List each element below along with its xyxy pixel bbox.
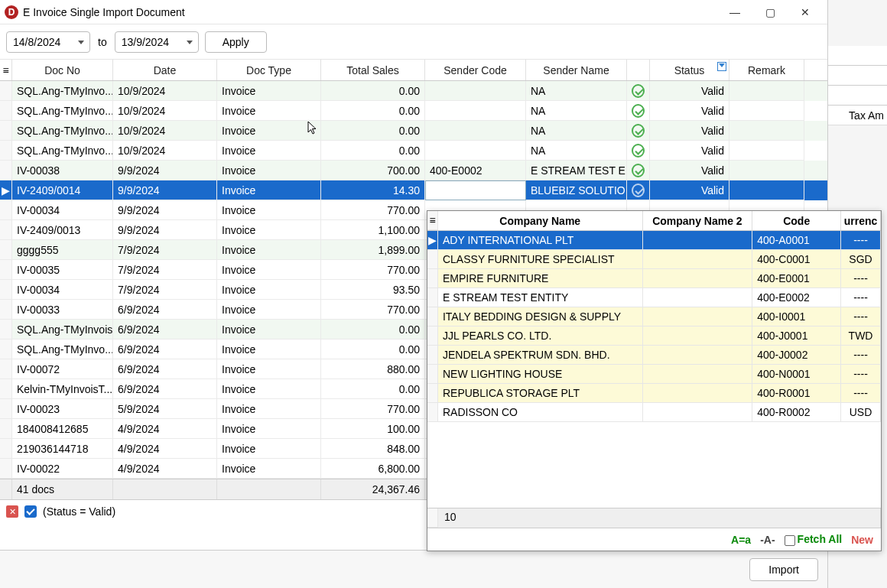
wildcard-toggle[interactable]: -A-: [760, 534, 775, 546]
col-docno[interactable]: Doc No: [12, 60, 113, 80]
popup-body: ▶ADY INTERNATIONAL PLT400-A0001----CLASS…: [427, 231, 881, 422]
case-sensitive-toggle[interactable]: A=a: [731, 534, 751, 546]
popup-cell-name: ADY INTERNATIONAL PLT: [438, 231, 643, 250]
popup-cell-name: NEW LIGHTING HOUSE: [438, 365, 643, 384]
cell-sales: 6,800.00: [321, 459, 425, 479]
table-row[interactable]: SQL.Ang-TMyInvo...10/9/2024Invoice0.00NA…: [0, 121, 827, 141]
col-doctype[interactable]: Doc Type: [217, 60, 321, 80]
filter-icon[interactable]: [717, 62, 726, 71]
cell-status-icon: [627, 141, 650, 161]
col-total-sales[interactable]: Total Sales: [321, 60, 425, 80]
cell-sname: NA: [526, 121, 627, 141]
minimize-button[interactable]: —: [717, 1, 752, 24]
cell-date: 4/9/2024: [113, 439, 217, 459]
popup-row[interactable]: ▶ADY INTERNATIONAL PLT400-A0001----: [427, 231, 881, 250]
popup-cell-code: 400-R0002: [752, 403, 841, 422]
cell-sales: 93.50: [321, 280, 425, 300]
table-row[interactable]: IV-000389/9/2024Invoice700.00400-E0002E …: [0, 161, 827, 180]
cell-sales: 100.00: [321, 419, 425, 439]
popup-cell-code: 400-E0002: [752, 288, 841, 307]
cell-type: Invoice: [217, 81, 321, 101]
maximize-button[interactable]: ▢: [752, 1, 788, 24]
cell-type: Invoice: [217, 220, 321, 240]
row-indicator: ▶: [0, 180, 12, 200]
popup-cell-cur: ----: [841, 231, 881, 250]
popup-col-code[interactable]: Code: [752, 211, 841, 230]
popup-row[interactable]: REPUBLICA STORAGE PLT400-R0001----: [427, 384, 881, 403]
new-link[interactable]: New: [851, 534, 873, 546]
popup-cell-name2: [643, 384, 753, 403]
popup-row[interactable]: RADISSON CO400-R0002USD: [427, 403, 881, 422]
filter-text: (Status = Valid): [43, 505, 115, 518]
popup-cell-cur: ----: [841, 365, 881, 384]
date-to-input[interactable]: 13/9/2024: [115, 31, 199, 53]
col-date[interactable]: Date: [113, 60, 217, 80]
popup-header: ≡ Company Name Company Name 2 Code urren…: [427, 211, 881, 231]
col-sender-code[interactable]: Sender Code: [425, 60, 526, 80]
table-row[interactable]: SQL.Ang-TMyInvo...10/9/2024Invoice0.00NA…: [0, 141, 827, 161]
col-status[interactable]: Status: [650, 60, 729, 80]
cell-sales: 770.00: [321, 260, 425, 280]
table-row[interactable]: ▶IV-2409/00149/9/2024Invoice14.30BLUEBIZ…: [0, 180, 827, 200]
row-indicator: [0, 379, 12, 399]
cell-status-icon: [627, 81, 650, 101]
col-sender-name[interactable]: Sender Name: [526, 60, 627, 80]
row-indicator: [0, 240, 12, 260]
sender-code-dropdown[interactable]: ≡ Company Name Company Name 2 Code urren…: [427, 210, 882, 551]
popup-cell-code: 400-A0001: [752, 231, 841, 250]
cell-remark: [729, 141, 804, 161]
grid-header: ≡ Doc No Date Doc Type Total Sales Sende…: [0, 60, 827, 81]
popup-row[interactable]: NEW LIGHTING HOUSE400-N0001----: [427, 365, 881, 384]
cell-sname: NA: [526, 141, 627, 161]
cell-date: 9/9/2024: [113, 180, 217, 200]
popup-row-selector-header[interactable]: ≡: [427, 211, 438, 230]
cell-sales: 770.00: [321, 200, 425, 220]
date-from-input[interactable]: 14/8/2024: [6, 31, 90, 53]
popup-col-company-name[interactable]: Company Name: [438, 211, 643, 230]
cell-date: 7/9/2024: [113, 240, 217, 260]
popup-cell-cur: USD: [841, 403, 881, 422]
row-indicator: [0, 200, 12, 220]
popup-row[interactable]: E STREAM TEST ENTITY400-E0002----: [427, 288, 881, 307]
popup-row[interactable]: JJL PEARLS CO. LTD.400-J0001TWD: [427, 326, 881, 346]
import-button[interactable]: Import: [749, 558, 818, 581]
cell-status: Valid: [650, 141, 729, 161]
popup-row-count: 10: [438, 508, 881, 528]
popup-cell-name: REPUBLICA STORAGE PLT: [438, 384, 643, 403]
popup-col-company-name2[interactable]: Company Name 2: [643, 211, 753, 230]
popup-row[interactable]: ITALY BEDDING DESIGN & SUPPLY400-I0001--…: [427, 307, 881, 326]
toolbar: 14/8/2024 to 13/9/2024 Apply: [0, 24, 827, 60]
row-selector-header[interactable]: ≡: [0, 60, 12, 80]
clear-filter-button[interactable]: ✕: [6, 505, 18, 518]
fetch-all-checkbox[interactable]: Fetch All: [785, 533, 843, 545]
popup-row[interactable]: JENDELA SPEKTRUM SDN. BHD.400-J0002----: [427, 346, 881, 365]
popup-cell-name: EMPIRE FURNITURE: [438, 269, 643, 288]
popup-row[interactable]: EMPIRE FURNITURE400-E0001----: [427, 269, 881, 288]
sender-code-dropdown-trigger[interactable]: [425, 180, 526, 200]
popup-col-currency[interactable]: urrenc: [841, 211, 881, 230]
popup-row-indicator: [427, 288, 438, 307]
col-status-icon[interactable]: [627, 60, 650, 80]
cell-remark: [729, 180, 804, 200]
cell-sales: 770.00: [321, 300, 425, 320]
cell-sname: NA: [526, 81, 627, 101]
popup-cell-name2: [643, 307, 753, 326]
side-col-tax-am: Tax Am: [828, 106, 887, 125]
filter-check-icon[interactable]: [24, 505, 37, 518]
close-button[interactable]: ✕: [788, 1, 823, 24]
side-panel-hint: Tax Am: [827, 46, 887, 125]
table-row[interactable]: SQL.Ang-TMyInvo...10/9/2024Invoice0.00NA…: [0, 101, 827, 121]
col-remark[interactable]: Remark: [729, 60, 804, 80]
cell-sales: 0.00: [321, 141, 425, 161]
row-indicator: [0, 459, 12, 479]
row-indicator: [0, 161, 12, 180]
table-row[interactable]: SQL.Ang-TMyInvo...10/9/2024Invoice0.00NA…: [0, 81, 827, 101]
popup-cell-name2: [643, 269, 753, 288]
cell-sales: 880.00: [321, 359, 425, 379]
popup-cell-code: 400-I0001: [752, 307, 841, 326]
cell-docno: IV-2409/0014: [12, 180, 113, 200]
apply-button[interactable]: Apply: [205, 31, 267, 53]
cell-docno: SQL.Ang-TMyInvo...: [12, 339, 113, 359]
cell-docno: SQL.Ang-TMyInvois...: [12, 320, 113, 339]
popup-row[interactable]: CLASSY FURNITURE SPECIALIST400-C0001SGD: [427, 250, 881, 269]
